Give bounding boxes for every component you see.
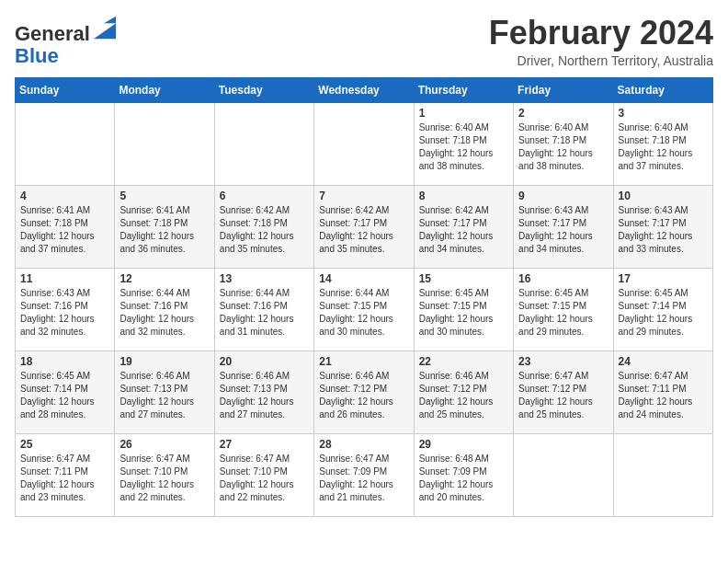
svg-marker-0	[94, 23, 116, 39]
day-info: Sunrise: 6:47 AM Sunset: 7:11 PM Dayligh…	[20, 453, 109, 504]
day-info: Sunrise: 6:46 AM Sunset: 7:12 PM Dayligh…	[419, 370, 508, 421]
day-info: Sunrise: 6:45 AM Sunset: 7:14 PM Dayligh…	[20, 370, 109, 421]
day-number: 29	[419, 438, 508, 451]
day-info: Sunrise: 6:47 AM Sunset: 7:10 PM Dayligh…	[220, 453, 309, 504]
day-number: 11	[20, 272, 109, 285]
day-info: Sunrise: 6:47 AM Sunset: 7:09 PM Dayligh…	[319, 453, 408, 504]
calendar-cell: 8Sunrise: 6:42 AM Sunset: 7:17 PM Daylig…	[414, 185, 513, 268]
day-number: 26	[119, 438, 209, 451]
calendar-cell	[115, 102, 214, 185]
calendar-week-row: 1Sunrise: 6:40 AM Sunset: 7:18 PM Daylig…	[16, 102, 713, 185]
calendar-cell: 6Sunrise: 6:42 AM Sunset: 7:18 PM Daylig…	[214, 185, 313, 268]
day-info: Sunrise: 6:43 AM Sunset: 7:16 PM Dayligh…	[20, 287, 109, 339]
day-number: 8	[419, 190, 508, 202]
day-number: 5	[119, 190, 209, 202]
calendar-cell: 1Sunrise: 6:40 AM Sunset: 7:18 PM Daylig…	[414, 102, 513, 185]
day-number: 19	[119, 355, 209, 368]
calendar-week-row: 11Sunrise: 6:43 AM Sunset: 7:16 PM Dayli…	[16, 268, 713, 350]
day-info: Sunrise: 6:40 AM Sunset: 7:18 PM Dayligh…	[419, 121, 508, 173]
calendar-cell	[16, 102, 115, 185]
day-info: Sunrise: 6:42 AM Sunset: 7:17 PM Dayligh…	[419, 204, 508, 256]
calendar-cell	[314, 102, 414, 185]
calendar-cell: 2Sunrise: 6:40 AM Sunset: 7:18 PM Daylig…	[514, 102, 613, 185]
calendar-cell: 22Sunrise: 6:46 AM Sunset: 7:12 PM Dayli…	[414, 350, 513, 433]
day-of-week-header: Tuesday	[214, 77, 313, 102]
calendar-cell	[613, 433, 712, 516]
calendar-cell	[214, 102, 313, 185]
day-number: 1	[419, 107, 508, 120]
calendar-week-row: 18Sunrise: 6:45 AM Sunset: 7:14 PM Dayli…	[16, 350, 713, 433]
calendar-cell: 27Sunrise: 6:47 AM Sunset: 7:10 PM Dayli…	[214, 433, 313, 516]
day-number: 25	[20, 438, 109, 451]
logo-blue: Blue	[15, 44, 59, 67]
calendar-cell: 25Sunrise: 6:47 AM Sunset: 7:11 PM Dayli…	[16, 433, 115, 516]
day-number: 15	[419, 272, 508, 285]
day-number: 6	[220, 190, 309, 202]
day-number: 12	[119, 272, 209, 285]
calendar-cell: 18Sunrise: 6:45 AM Sunset: 7:14 PM Dayli…	[16, 350, 115, 433]
day-number: 18	[20, 355, 109, 368]
day-number: 16	[518, 272, 608, 285]
day-number: 24	[619, 355, 708, 368]
day-of-week-header: Friday	[514, 77, 613, 102]
day-of-week-header: Saturday	[613, 77, 712, 102]
day-number: 28	[319, 438, 408, 451]
calendar-week-row: 4Sunrise: 6:41 AM Sunset: 7:18 PM Daylig…	[16, 185, 713, 268]
day-info: Sunrise: 6:45 AM Sunset: 7:15 PM Dayligh…	[419, 287, 508, 339]
calendar-cell: 4Sunrise: 6:41 AM Sunset: 7:18 PM Daylig…	[16, 185, 115, 268]
svg-marker-1	[104, 17, 116, 23]
logo-general: General	[15, 22, 90, 45]
day-number: 10	[619, 190, 708, 202]
calendar-cell: 10Sunrise: 6:43 AM Sunset: 7:17 PM Dayli…	[613, 185, 712, 268]
day-number: 14	[319, 272, 408, 285]
day-info: Sunrise: 6:47 AM Sunset: 7:11 PM Dayligh…	[619, 370, 708, 421]
calendar-cell: 17Sunrise: 6:45 AM Sunset: 7:14 PM Dayli…	[613, 268, 712, 350]
day-info: Sunrise: 6:44 AM Sunset: 7:16 PM Dayligh…	[119, 287, 209, 339]
calendar-cell: 16Sunrise: 6:45 AM Sunset: 7:15 PM Dayli…	[514, 268, 613, 350]
calendar-cell: 29Sunrise: 6:48 AM Sunset: 7:09 PM Dayli…	[414, 433, 513, 516]
day-number: 21	[319, 355, 408, 368]
calendar-cell: 28Sunrise: 6:47 AM Sunset: 7:09 PM Dayli…	[314, 433, 414, 516]
day-info: Sunrise: 6:47 AM Sunset: 7:10 PM Dayligh…	[119, 453, 209, 504]
day-number: 20	[220, 355, 309, 368]
day-number: 23	[518, 355, 608, 368]
title-block: February 2024 Driver, Northern Territory…	[489, 15, 713, 68]
calendar-cell: 9Sunrise: 6:43 AM Sunset: 7:17 PM Daylig…	[514, 185, 613, 268]
day-number: 4	[20, 190, 109, 202]
day-info: Sunrise: 6:44 AM Sunset: 7:16 PM Dayligh…	[220, 287, 309, 339]
day-info: Sunrise: 6:46 AM Sunset: 7:13 PM Dayligh…	[119, 370, 209, 421]
calendar-cell: 26Sunrise: 6:47 AM Sunset: 7:10 PM Dayli…	[115, 433, 214, 516]
day-info: Sunrise: 6:45 AM Sunset: 7:14 PM Dayligh…	[619, 287, 708, 339]
day-of-week-header: Monday	[115, 77, 214, 102]
day-info: Sunrise: 6:44 AM Sunset: 7:15 PM Dayligh…	[319, 287, 408, 339]
calendar-cell: 7Sunrise: 6:42 AM Sunset: 7:17 PM Daylig…	[314, 185, 414, 268]
calendar-subtitle: Driver, Northern Territory, Australia	[489, 53, 713, 68]
calendar-cell: 3Sunrise: 6:40 AM Sunset: 7:18 PM Daylig…	[613, 102, 712, 185]
logo: General Blue	[15, 15, 118, 67]
day-number: 3	[619, 107, 708, 120]
day-info: Sunrise: 6:46 AM Sunset: 7:13 PM Dayligh…	[220, 370, 309, 421]
day-info: Sunrise: 6:41 AM Sunset: 7:18 PM Dayligh…	[20, 204, 109, 256]
calendar-cell: 11Sunrise: 6:43 AM Sunset: 7:16 PM Dayli…	[16, 268, 115, 350]
day-info: Sunrise: 6:45 AM Sunset: 7:15 PM Dayligh…	[518, 287, 608, 339]
day-info: Sunrise: 6:40 AM Sunset: 7:18 PM Dayligh…	[619, 121, 708, 173]
day-number: 22	[419, 355, 508, 368]
calendar-table: SundayMondayTuesdayWednesdayThursdayFrid…	[15, 77, 713, 517]
calendar-cell	[514, 433, 613, 516]
day-info: Sunrise: 6:40 AM Sunset: 7:18 PM Dayligh…	[518, 121, 608, 173]
calendar-cell: 12Sunrise: 6:44 AM Sunset: 7:16 PM Dayli…	[115, 268, 214, 350]
calendar-cell: 5Sunrise: 6:41 AM Sunset: 7:18 PM Daylig…	[115, 185, 214, 268]
day-of-week-header: Sunday	[16, 77, 115, 102]
calendar-week-row: 25Sunrise: 6:47 AM Sunset: 7:11 PM Dayli…	[16, 433, 713, 516]
day-info: Sunrise: 6:41 AM Sunset: 7:18 PM Dayligh…	[119, 204, 209, 256]
page-header: General Blue February 2024 Driver, North…	[15, 15, 713, 68]
day-info: Sunrise: 6:48 AM Sunset: 7:09 PM Dayligh…	[419, 453, 508, 504]
calendar-cell: 15Sunrise: 6:45 AM Sunset: 7:15 PM Dayli…	[414, 268, 513, 350]
day-info: Sunrise: 6:43 AM Sunset: 7:17 PM Dayligh…	[619, 204, 708, 256]
day-number: 13	[220, 272, 309, 285]
day-of-week-header: Thursday	[414, 77, 513, 102]
calendar-cell: 24Sunrise: 6:47 AM Sunset: 7:11 PM Dayli…	[613, 350, 712, 433]
calendar-header-row: SundayMondayTuesdayWednesdayThursdayFrid…	[16, 77, 713, 102]
day-number: 9	[518, 190, 608, 202]
calendar-title: February 2024	[489, 15, 713, 52]
